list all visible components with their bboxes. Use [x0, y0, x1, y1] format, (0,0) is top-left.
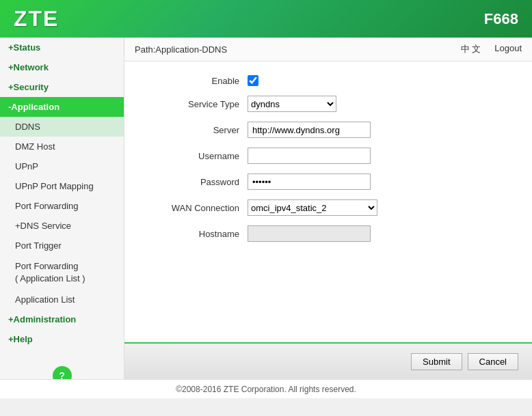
- cancel-button[interactable]: Cancel: [468, 353, 518, 370]
- password-input[interactable]: [248, 174, 371, 190]
- server-label: Server: [152, 125, 248, 135]
- main-content: Path:Application-DDNS 中 文 Logout Enable …: [124, 38, 532, 379]
- server-input[interactable]: [248, 122, 371, 138]
- logout-link[interactable]: Logout: [494, 43, 522, 55]
- sidebar-item-port-forwarding[interactable]: Port Forwarding: [0, 196, 124, 216]
- help-section: ?: [0, 356, 124, 379]
- username-row: Username: [152, 148, 505, 164]
- hostname-row: Hostname: [152, 225, 505, 242]
- wan-connection-select[interactable]: omci_ipv4_static_2: [248, 199, 377, 216]
- sidebar-item-port-trigger[interactable]: Port Trigger: [0, 236, 124, 255]
- topbar: Path:Application-DDNS 中 文 Logout: [124, 38, 532, 61]
- enable-checkbox[interactable]: [248, 75, 258, 86]
- sidebar-item-port-forwarding-applist[interactable]: Port Forwarding( Application List ): [0, 255, 124, 290]
- ddns-form: Enable Service Type dyndns noip 3322 Ser…: [124, 61, 532, 342]
- bottom-bar: Submit Cancel: [124, 342, 532, 379]
- sidebar: +Status +Network +Security -Application …: [0, 38, 124, 379]
- wan-connection-label: WAN Connection: [152, 203, 248, 213]
- logo: ZTE: [14, 6, 59, 31]
- sidebar-item-application-list[interactable]: Application List: [0, 290, 124, 309]
- topbar-actions: 中 文 Logout: [461, 43, 522, 55]
- sidebar-item-administration[interactable]: +Administration: [0, 309, 124, 329]
- service-type-row: Service Type dyndns noip 3322: [152, 96, 505, 112]
- username-label: Username: [152, 151, 248, 161]
- sidebar-item-upnp[interactable]: UPnP: [0, 156, 124, 176]
- sidebar-item-status[interactable]: +Status: [0, 38, 124, 57]
- hostname-input[interactable]: [248, 225, 371, 242]
- password-row: Password: [152, 174, 505, 190]
- server-row: Server: [152, 122, 505, 138]
- wan-connection-row: WAN Connection omci_ipv4_static_2: [152, 199, 505, 216]
- footer: ©2008-2016 ZTE Corporation. All rights r…: [0, 379, 532, 398]
- model-name: F668: [484, 10, 518, 28]
- sidebar-item-dns-service[interactable]: +DNS Service: [0, 216, 124, 236]
- submit-button[interactable]: Submit: [411, 353, 462, 370]
- password-label: Password: [152, 177, 248, 187]
- enable-label: Enable: [152, 76, 248, 86]
- lang-switch-link[interactable]: 中 文: [461, 43, 481, 55]
- sidebar-item-help[interactable]: +Help: [0, 329, 124, 349]
- help-button[interactable]: ?: [53, 366, 72, 379]
- copyright-text: ©2008-2016 ZTE Corporation. All rights r…: [176, 385, 356, 394]
- sidebar-item-application[interactable]: -Application: [0, 97, 124, 117]
- main-layout: +Status +Network +Security -Application …: [0, 38, 532, 379]
- service-type-label: Service Type: [152, 99, 248, 109]
- sidebar-item-dmzhost[interactable]: DMZ Host: [0, 137, 124, 156]
- sidebar-item-upnp-port-mapping[interactable]: UPnP Port Mapping: [0, 176, 124, 196]
- breadcrumb: Path:Application-DDNS: [135, 44, 227, 55]
- username-input[interactable]: [248, 148, 371, 164]
- enable-row: Enable: [152, 75, 505, 86]
- sidebar-item-security[interactable]: +Security: [0, 77, 124, 97]
- header: ZTE F668: [0, 0, 532, 38]
- sidebar-item-ddns[interactable]: DDNS: [0, 117, 124, 137]
- hostname-label: Hostname: [152, 229, 248, 239]
- sidebar-item-network[interactable]: +Network: [0, 57, 124, 77]
- service-type-select[interactable]: dyndns noip 3322: [248, 96, 336, 112]
